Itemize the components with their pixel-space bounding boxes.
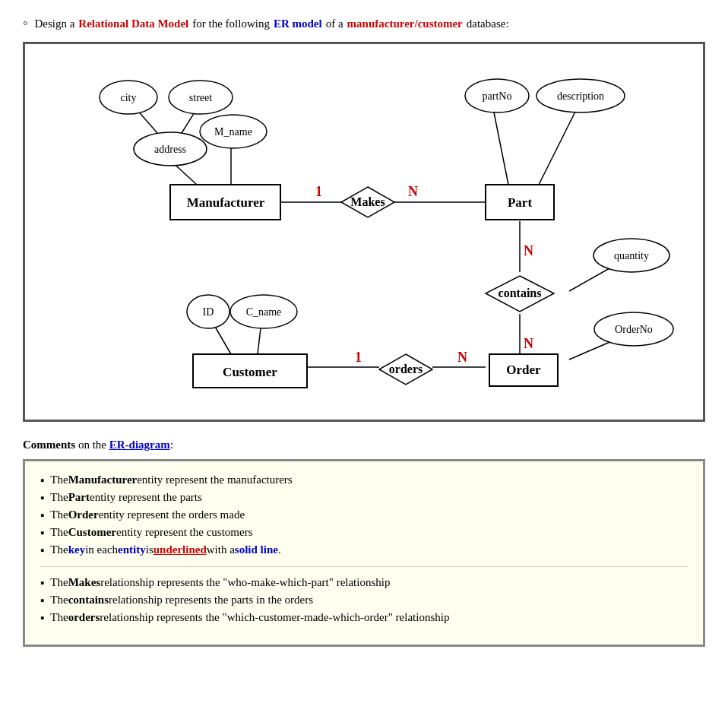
comments-bold: Comments (23, 439, 75, 451)
comment-item-orders: The orders relationship represents the "… (40, 611, 688, 625)
svg-text:Makes: Makes (350, 195, 385, 208)
svg-text:quantity: quantity (614, 250, 649, 261)
er-model-label: ER model (274, 17, 322, 30)
svg-text:N: N (524, 336, 533, 351)
er-diagram-box: 1 N N N 1 N city street address M_name p… (23, 42, 705, 422)
comments-heading: Comments on the ER-diagram: (23, 439, 705, 451)
er-diagram-link: ER-diagram (109, 439, 170, 451)
er-diagram-svg: 1 N N N 1 N city street address M_name p… (33, 52, 695, 409)
comments-list-group1: The Manufacturer entity represent the ma… (40, 474, 688, 557)
svg-text:orders: orders (389, 363, 423, 375)
svg-text:N: N (457, 350, 467, 365)
svg-text:N: N (524, 243, 533, 258)
comment-item-contains: The contains relationship represents the… (40, 594, 688, 607)
svg-line-6 (493, 109, 508, 185)
svg-text:M_name: M_name (214, 126, 252, 138)
intro-text-mid1: for the following (192, 17, 270, 30)
svg-text:C_name: C_name (246, 306, 282, 318)
svg-text:N: N (408, 184, 418, 199)
svg-line-7 (539, 109, 577, 185)
svg-text:contains: contains (499, 287, 542, 299)
intro-text-before: Design a (34, 17, 74, 30)
svg-text:street: street (189, 92, 212, 103)
svg-text:description: description (557, 90, 604, 102)
intro-text-mid2: of a (326, 17, 343, 30)
comment-item-part: The Part entity represent the parts (40, 491, 688, 505)
comment-item-customer: The Customer entity represent the custom… (40, 526, 688, 540)
svg-text:Part: Part (508, 195, 532, 210)
comment-item-key: The key in each entity is underlined wit… (40, 543, 688, 557)
svg-text:1: 1 (315, 184, 322, 199)
svg-text:Manufacturer: Manufacturer (187, 195, 265, 210)
svg-text:OrderNo: OrderNo (615, 324, 653, 335)
comments-box: The Manufacturer entity represent the ma… (23, 459, 705, 647)
comments-divider (40, 566, 688, 567)
manufacturer-customer-label: manufacturer/customer (347, 17, 463, 30)
svg-text:partNo: partNo (483, 90, 512, 102)
comment-item-order: The Order entity represent the orders ma… (40, 508, 688, 522)
svg-text:ID: ID (203, 306, 214, 318)
svg-text:address: address (154, 144, 186, 155)
comment-item-manufacturer: The Manufacturer entity represent the ma… (40, 474, 688, 487)
svg-text:Order: Order (506, 363, 541, 377)
comment-item-makes: The Makes relationship represents the "w… (40, 576, 688, 590)
svg-text:city: city (121, 92, 137, 103)
intro-line: ◦ Design a Relational Data Model for the… (23, 15, 705, 31)
svg-text:Customer: Customer (223, 365, 277, 379)
comments-rest: on the (75, 439, 109, 451)
comments-list-group2: The Makes relationship represents the "w… (40, 576, 688, 625)
bullet: ◦ (23, 15, 27, 31)
intro-text-end: database: (467, 17, 509, 30)
svg-text:1: 1 (355, 350, 362, 365)
comments-colon: : (170, 439, 173, 451)
relational-data-model-label: Relational Data Model (78, 17, 188, 30)
